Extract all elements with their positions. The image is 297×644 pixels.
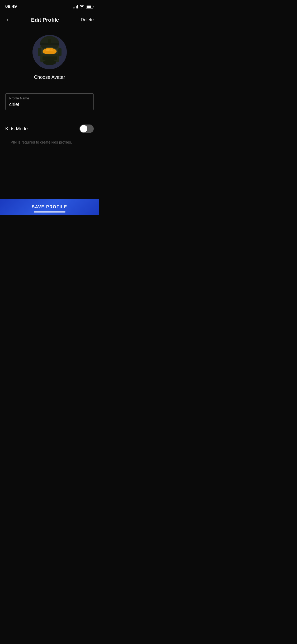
svg-rect-15 — [58, 48, 62, 56]
svg-point-18 — [43, 51, 56, 54]
svg-rect-14 — [38, 48, 41, 56]
page-title: Edit Profile — [31, 17, 59, 23]
save-profile-button[interactable]: SAVE PROFILE — [32, 205, 67, 209]
wifi-icon — [79, 5, 84, 8]
avatar[interactable] — [32, 35, 67, 69]
svg-rect-16 — [48, 39, 51, 44]
status-time: 08:49 — [5, 4, 17, 9]
profile-name-input-group[interactable]: Profile Name — [5, 93, 94, 110]
kids-mode-row: Kids Mode — [5, 121, 94, 137]
signal-bar-1 — [73, 7, 74, 8]
kids-mode-toggle[interactable] — [79, 125, 94, 133]
toggle-knob — [80, 125, 87, 132]
profile-name-input[interactable] — [9, 102, 90, 107]
pin-notice: PIN is required to create kids profiles. — [5, 137, 94, 148]
avatar-image — [32, 35, 67, 69]
status-bar: 08:49 — [0, 0, 99, 12]
nav-bar: ‹ Edit Profile Delete — [0, 13, 99, 27]
avatar-helmet-svg — [32, 35, 67, 69]
svg-point-6 — [46, 49, 50, 51]
kids-mode-section: Kids Mode PIN is required to create kids… — [0, 121, 99, 148]
status-icons — [73, 5, 94, 8]
back-button[interactable]: ‹ — [5, 15, 9, 24]
svg-point-17 — [43, 60, 56, 65]
save-button-container: SAVE PROFILE — [0, 199, 99, 215]
signal-icon — [73, 5, 78, 8]
svg-point-7 — [50, 49, 53, 51]
avatar-section: Choose Avatar — [0, 27, 99, 85]
form-section: Profile Name — [0, 88, 99, 116]
battery-fill — [87, 6, 91, 8]
signal-bar-2 — [74, 7, 75, 8]
delete-button[interactable]: Delete — [81, 17, 94, 22]
signal-bar-4 — [77, 5, 78, 8]
profile-name-label: Profile Name — [9, 96, 90, 100]
battery-tip — [93, 6, 94, 7]
battery-body — [86, 5, 93, 8]
kids-mode-label: Kids Mode — [5, 126, 28, 132]
choose-avatar-label[interactable]: Choose Avatar — [34, 75, 65, 80]
signal-bar-3 — [76, 6, 77, 8]
battery-icon — [86, 5, 94, 8]
home-indicator — [34, 211, 65, 213]
